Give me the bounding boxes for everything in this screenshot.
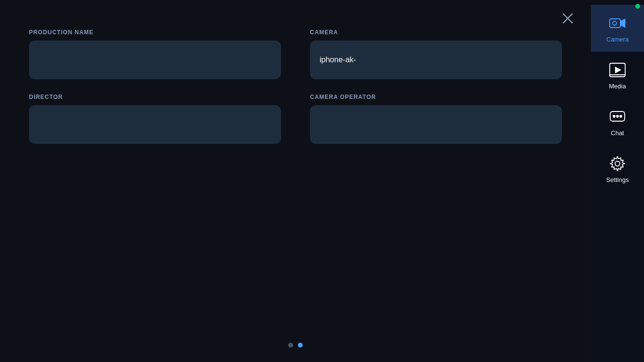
director-input[interactable] (29, 105, 281, 144)
svg-point-9 (613, 115, 615, 117)
sidebar: Camera Media Chat (591, 0, 644, 362)
media-item-label: Media (609, 83, 626, 90)
sidebar-item-chat[interactable]: Chat (591, 98, 644, 145)
camera-operator-label: CAMERA OPERATOR (310, 94, 562, 100)
pagination (288, 343, 303, 348)
camera-operator-group: CAMERA OPERATOR (310, 94, 562, 144)
form-grid: PRODUCTION NAME CAMERA DIRECTOR CAMERA O… (29, 29, 562, 144)
media-icon (608, 60, 627, 80)
director-group: DIRECTOR (29, 94, 281, 144)
chat-icon (608, 107, 627, 126)
svg-point-4 (613, 21, 616, 25)
svg-point-11 (620, 115, 622, 117)
production-name-input[interactable] (29, 41, 281, 79)
main-content: PRODUCTION NAME CAMERA DIRECTOR CAMERA O… (0, 0, 591, 362)
svg-point-10 (616, 115, 618, 117)
svg-marker-3 (620, 19, 625, 28)
camera-item-label: Camera (606, 36, 629, 43)
camera-input[interactable] (310, 41, 562, 79)
pagination-dot-2[interactable] (298, 343, 303, 348)
sidebar-item-media[interactable]: Media (591, 52, 644, 98)
svg-rect-2 (610, 19, 620, 28)
svg-point-12 (615, 161, 620, 166)
online-indicator (635, 4, 640, 9)
camera-group: CAMERA (310, 29, 562, 79)
camera-icon (608, 14, 627, 33)
production-name-group: PRODUCTION NAME (29, 29, 281, 79)
production-name-label: PRODUCTION NAME (29, 29, 281, 36)
camera-operator-input[interactable] (310, 105, 562, 144)
svg-marker-6 (615, 67, 621, 73)
chat-item-label: Chat (611, 129, 624, 137)
sidebar-item-camera[interactable]: Camera (591, 5, 644, 52)
settings-item-label: Settings (606, 176, 629, 183)
close-button[interactable] (559, 10, 576, 27)
camera-label: CAMERA (310, 29, 562, 36)
sidebar-item-settings[interactable]: Settings (591, 145, 644, 192)
pagination-dot-1[interactable] (288, 343, 293, 348)
settings-icon (608, 154, 627, 173)
director-label: DIRECTOR (29, 94, 281, 100)
